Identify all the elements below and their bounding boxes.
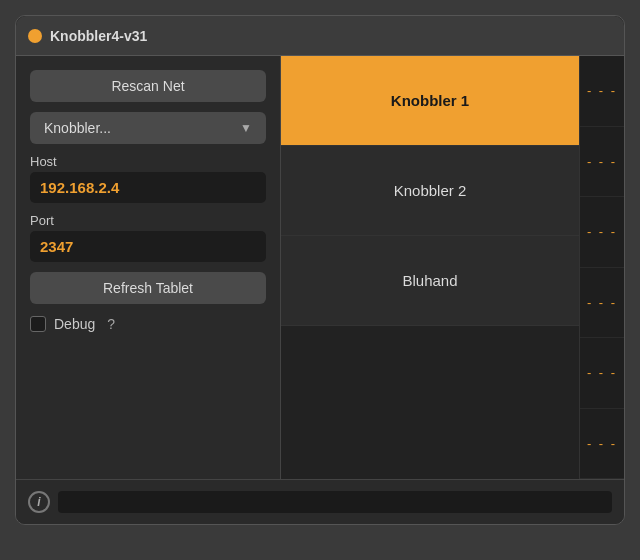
titlebar: Knobbler4-v31 bbox=[16, 16, 624, 56]
device-name: Bluhand bbox=[402, 272, 457, 289]
status-bar bbox=[58, 491, 612, 513]
left-panel: Rescan Net Knobbler... ▼ Host 192.168.2.… bbox=[16, 56, 281, 479]
indicator-dashes: - - - bbox=[587, 83, 617, 98]
help-button[interactable]: ? bbox=[107, 316, 115, 332]
main-content: Rescan Net Knobbler... ▼ Host 192.168.2.… bbox=[16, 56, 624, 479]
window-title: Knobbler4-v31 bbox=[50, 28, 147, 44]
indicator-slot: - - - bbox=[580, 56, 624, 127]
device-item[interactable]: Knobbler 1 bbox=[281, 56, 579, 146]
debug-checkbox[interactable] bbox=[30, 316, 46, 332]
indicators-column: - - - - - - - - - - - - - - - - - - bbox=[579, 56, 624, 479]
device-name: Knobbler 2 bbox=[394, 182, 467, 199]
indicator-dashes: - - - bbox=[587, 365, 617, 380]
port-field-group: Port 2347 bbox=[30, 213, 266, 262]
host-value[interactable]: 192.168.2.4 bbox=[30, 172, 266, 203]
debug-label: Debug bbox=[54, 316, 95, 332]
traffic-light-orange[interactable] bbox=[28, 29, 42, 43]
host-label: Host bbox=[30, 154, 266, 169]
indicator-dashes: - - - bbox=[587, 224, 617, 239]
knobbler-dropdown[interactable]: Knobbler... ▼ bbox=[30, 112, 266, 144]
device-list: Knobbler 1 Knobbler 2 Bluhand bbox=[281, 56, 579, 479]
indicator-dashes: - - - bbox=[587, 436, 617, 451]
port-label: Port bbox=[30, 213, 266, 228]
debug-row: Debug ? bbox=[30, 316, 266, 332]
indicator-slot: - - - bbox=[580, 268, 624, 339]
indicator-slot: - - - bbox=[580, 127, 624, 198]
main-window: Knobbler4-v31 Rescan Net Knobbler... ▼ H… bbox=[15, 15, 625, 525]
bottom-bar: i bbox=[16, 479, 624, 524]
right-panel: Knobbler 1 Knobbler 2 Bluhand - - - - - … bbox=[281, 56, 624, 479]
device-item[interactable]: Bluhand bbox=[281, 236, 579, 326]
indicator-slot: - - - bbox=[580, 197, 624, 268]
refresh-tablet-button[interactable]: Refresh Tablet bbox=[30, 272, 266, 304]
rescan-button[interactable]: Rescan Net bbox=[30, 70, 266, 102]
indicator-slot: - - - bbox=[580, 338, 624, 409]
indicator-dashes: - - - bbox=[587, 295, 617, 310]
indicator-dashes: - - - bbox=[587, 154, 617, 169]
info-icon[interactable]: i bbox=[28, 491, 50, 513]
host-field-group: Host 192.168.2.4 bbox=[30, 154, 266, 203]
indicator-slot: - - - bbox=[580, 409, 624, 480]
port-value[interactable]: 2347 bbox=[30, 231, 266, 262]
chevron-down-icon: ▼ bbox=[240, 121, 252, 135]
device-name: Knobbler 1 bbox=[391, 92, 469, 109]
device-item[interactable]: Knobbler 2 bbox=[281, 146, 579, 236]
dropdown-label: Knobbler... bbox=[44, 120, 111, 136]
dropdown-row: Knobbler... ▼ bbox=[30, 112, 266, 144]
